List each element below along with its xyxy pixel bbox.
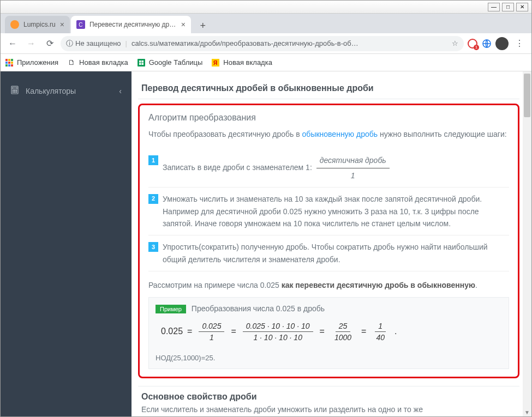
apps-button[interactable]: Приложения bbox=[5, 58, 58, 67]
step-number: 2 bbox=[148, 194, 158, 204]
svg-rect-8 bbox=[5, 64, 8, 67]
svg-point-23 bbox=[14, 92, 15, 93]
security-text: Не защищено bbox=[75, 39, 121, 47]
new-tab-button[interactable]: + bbox=[195, 18, 211, 33]
algorithm-panel: Алгоритм преобразования Чтобы преобразов… bbox=[138, 104, 519, 378]
page-body: Калькуляторы ‹ Перевод десятичных дробей… bbox=[1, 71, 531, 416]
fraction: десятичная дробь 1 bbox=[316, 154, 390, 182]
svg-rect-10 bbox=[11, 64, 13, 67]
gcd-text: НОД(25,1000)=25. bbox=[156, 354, 502, 362]
extension-opera-icon[interactable]: 1 bbox=[467, 38, 478, 49]
window-titlebar: — □ ✕ bbox=[1, 1, 531, 14]
scrollbar[interactable]: ▲ ▼ bbox=[523, 71, 531, 416]
bookmark-label: Приложения bbox=[17, 58, 58, 67]
example-title: Преобразования числа 0.025 в дробь bbox=[192, 304, 325, 313]
step-number: 3 bbox=[148, 242, 158, 252]
extension-globe-icon[interactable] bbox=[481, 38, 492, 49]
bookmark-newtab2[interactable]: Я Новая вкладка bbox=[211, 58, 272, 67]
bookmark-newtab1[interactable]: 🗋 Новая вкладка bbox=[67, 58, 128, 67]
next-section-header: Основное свойство дроби bbox=[138, 386, 519, 405]
info-icon: ⓘ bbox=[66, 39, 73, 49]
step-text: Упростить(сократить) полученную дробь. Ч… bbox=[163, 241, 509, 265]
close-icon[interactable]: × bbox=[60, 20, 64, 29]
step-text: Умножать числить и знаменатель на 10 за … bbox=[163, 193, 509, 229]
example-box: Пример Преобразования числа 0.025 в дроб… bbox=[148, 297, 509, 369]
tab-title: Lumpics.ru bbox=[23, 21, 56, 28]
fraction-link[interactable]: обыкновенную дробь bbox=[302, 130, 378, 138]
url-text: calcs.su/математика/дроби/преобразовать-… bbox=[131, 39, 447, 47]
menu-button[interactable]: ⋮ bbox=[512, 36, 527, 51]
window-maximize-button[interactable]: □ bbox=[502, 3, 514, 11]
forward-button[interactable]: → bbox=[23, 36, 39, 51]
scrollbar-thumb[interactable] bbox=[524, 74, 530, 117]
svg-point-20 bbox=[14, 90, 15, 91]
step-number: 1 bbox=[148, 155, 158, 165]
example-badge: Пример bbox=[156, 305, 186, 313]
window-close-button[interactable]: ✕ bbox=[516, 3, 528, 11]
svg-rect-18 bbox=[13, 87, 17, 89]
reload-button[interactable]: ⟳ bbox=[42, 36, 57, 51]
apps-icon bbox=[5, 58, 14, 67]
chevron-left-icon: ‹ bbox=[119, 87, 122, 95]
security-status[interactable]: ⓘ Не защищено bbox=[66, 39, 121, 49]
svg-rect-5 bbox=[5, 62, 8, 64]
close-icon[interactable]: × bbox=[181, 20, 186, 29]
math-equation: 0.025 = 0.0251 = 0.025 · 10 · 10 · 101 ·… bbox=[156, 313, 502, 350]
badge: 1 bbox=[474, 45, 479, 50]
bookmark-label: Новая вкладка bbox=[223, 58, 272, 67]
svg-point-19 bbox=[13, 90, 14, 91]
browser-tabstrip: Lumpics.ru × C Перевести десятичную дроб… bbox=[1, 14, 531, 33]
svg-text:Я: Я bbox=[213, 60, 217, 66]
svg-rect-9 bbox=[8, 64, 10, 67]
tab-lumpics[interactable]: Lumpics.ru × bbox=[5, 16, 70, 33]
bookmark-label: Google Таблицы bbox=[149, 58, 203, 67]
window-minimize-button[interactable]: — bbox=[488, 3, 500, 11]
address-bar[interactable]: ⓘ Не защищено | calcs.su/математика/дроб… bbox=[61, 36, 464, 51]
favicon-icon bbox=[10, 20, 19, 29]
svg-rect-7 bbox=[11, 62, 13, 64]
tab-calcs[interactable]: C Перевести десятичную дробь в × bbox=[71, 16, 191, 33]
section-header: Перевод десятичных дробей в обыкновенные… bbox=[138, 78, 519, 99]
example-note: Рассмотрим на примере числа 0.025 как пе… bbox=[148, 279, 509, 291]
svg-rect-3 bbox=[8, 59, 10, 61]
step-text: Записать в виде дроби с знаменателем 1: … bbox=[163, 154, 509, 182]
sheets-icon bbox=[137, 58, 146, 67]
favicon-icon: C bbox=[76, 20, 85, 29]
bookmark-star-icon[interactable]: ☆ bbox=[452, 39, 458, 47]
algorithm-title: Алгоритм преобразования bbox=[148, 113, 509, 123]
step-2: 2 Умножать числить и знаменатель на 10 з… bbox=[148, 188, 509, 235]
browser-toolbar: ← → ⟳ ⓘ Не защищено | calcs.su/математик… bbox=[1, 33, 531, 54]
calculator-icon bbox=[10, 86, 19, 96]
back-button[interactable]: ← bbox=[5, 36, 20, 51]
page-icon: 🗋 bbox=[67, 58, 76, 67]
step-3: 3 Упростить(сократить) полученную дробь.… bbox=[148, 235, 509, 271]
bookmarks-bar: Приложения 🗋 Новая вкладка Google Таблиц… bbox=[1, 54, 531, 71]
svg-rect-2 bbox=[5, 59, 8, 61]
next-section-text: Если числитель и знаменатель дроби умнож… bbox=[138, 405, 519, 414]
yandex-icon: Я bbox=[211, 58, 220, 67]
bookmark-sheets[interactable]: Google Таблицы bbox=[137, 58, 203, 67]
bookmark-label: Новая вкладка bbox=[79, 58, 128, 67]
svg-point-22 bbox=[13, 92, 14, 93]
sidebar-item-label: Калькуляторы bbox=[26, 87, 76, 95]
sidebar: Калькуляторы ‹ bbox=[1, 71, 131, 416]
svg-rect-6 bbox=[8, 62, 10, 64]
scroll-down-icon[interactable]: ▼ bbox=[523, 408, 531, 416]
svg-point-24 bbox=[16, 92, 17, 93]
svg-point-21 bbox=[16, 90, 17, 91]
algorithm-intro: Чтобы преобразовать десятичную дробь в о… bbox=[148, 128, 509, 140]
svg-rect-4 bbox=[11, 59, 13, 61]
main-content: Перевод десятичных дробей в обыкновенные… bbox=[131, 71, 531, 416]
sidebar-item-calculators[interactable]: Калькуляторы ‹ bbox=[1, 80, 131, 101]
profile-avatar[interactable] bbox=[495, 37, 509, 50]
step-1: 1 Записать в виде дроби с знаменателем 1… bbox=[148, 149, 509, 188]
tab-title: Перевести десятичную дробь в bbox=[89, 21, 177, 28]
